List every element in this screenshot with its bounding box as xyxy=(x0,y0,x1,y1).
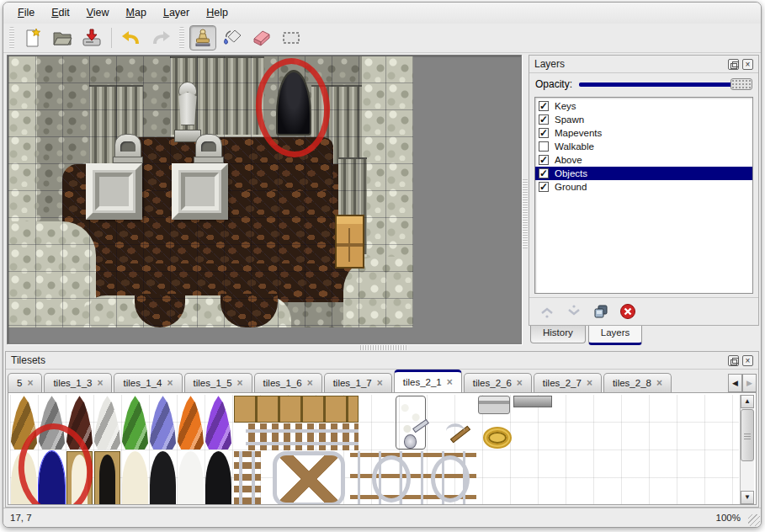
open-map-button[interactable] xyxy=(49,25,76,51)
orange-crystal-formation-tile[interactable] xyxy=(178,396,204,450)
scroll-up-icon[interactable]: ▲ xyxy=(741,395,754,408)
layer-name: Mapevents xyxy=(555,128,602,138)
close-panel-button[interactable]: × xyxy=(742,59,753,70)
layer-visibility-checkbox[interactable]: ✓ xyxy=(539,182,549,192)
layer-row-above[interactable]: ✓Above xyxy=(535,153,752,167)
redo-button[interactable] xyxy=(147,25,174,51)
layer-row-mapevents[interactable]: ✓Mapevents xyxy=(535,126,752,140)
black-arch-opening-tile[interactable] xyxy=(205,451,231,504)
layer-actions-toolbar xyxy=(529,297,758,325)
tileset-tab-tiles_1_6[interactable]: tiles_1_6× xyxy=(254,373,322,392)
float-panel-button[interactable] xyxy=(728,355,739,366)
close-tab-icon[interactable]: × xyxy=(377,377,383,389)
eraser-tool-button[interactable] xyxy=(248,25,275,51)
layer-row-walkable[interactable]: Walkable xyxy=(535,140,752,153)
pickaxe-tile[interactable] xyxy=(444,422,475,450)
dock-tab-layers[interactable]: Layers xyxy=(588,326,643,345)
toolbar-handle[interactable] xyxy=(9,27,14,49)
tileset-tab-tiles_2_6[interactable]: tiles_2_6× xyxy=(464,373,532,392)
stamp-tool-button[interactable] xyxy=(189,25,216,51)
mine-rail-vertical-tile[interactable] xyxy=(234,451,261,504)
green-crystal-formation-tile[interactable] xyxy=(122,396,148,450)
menu-edit[interactable]: Edit xyxy=(44,4,77,21)
menu-help[interactable]: Help xyxy=(199,4,236,21)
opacity-slider-handle[interactable] xyxy=(730,78,752,90)
close-tab-icon[interactable]: × xyxy=(517,377,523,389)
layer-visibility-checkbox[interactable]: ✓ xyxy=(539,128,549,138)
close-tab-icon[interactable]: × xyxy=(237,377,243,389)
layer-row-objects[interactable]: ✓Objects xyxy=(535,167,752,180)
wooden-door-frame-dark-tile[interactable] xyxy=(94,451,120,504)
tileset-canvas[interactable] xyxy=(10,395,739,504)
right-dock-column: Layers × Opacity: ✓Keys✓Spawn✓MapeventsW… xyxy=(529,55,759,344)
rope-coil-tile[interactable] xyxy=(483,427,512,449)
new-map-button[interactable] xyxy=(19,25,46,51)
dock-tab-history[interactable]: History xyxy=(530,326,586,343)
purple-crystal-formation-tile[interactable] xyxy=(205,396,231,450)
tileset-tab-tiles_1_7[interactable]: tiles_1_7× xyxy=(324,373,392,392)
layer-visibility-checkbox[interactable]: ✓ xyxy=(539,155,549,165)
menu-map[interactable]: Map xyxy=(119,4,154,21)
close-tab-icon[interactable]: × xyxy=(656,377,662,389)
ice-crystal-formation-tile[interactable] xyxy=(94,396,120,450)
metal-beam-tile[interactable] xyxy=(513,396,552,407)
scrollbar-thumb[interactable] xyxy=(741,409,754,461)
layer-row-keys[interactable]: ✓Keys xyxy=(535,99,752,113)
blue-crystal-formation-tile[interactable] xyxy=(150,396,176,450)
close-panel-button[interactable]: × xyxy=(742,355,753,366)
tileset-tab-tiles_1_3[interactable]: tiles_1_3× xyxy=(44,373,112,392)
layer-visibility-checkbox[interactable]: ✓ xyxy=(539,101,549,111)
menu-file[interactable]: File xyxy=(10,4,42,21)
duplicate-layer-button[interactable] xyxy=(592,302,610,321)
shovel-tile[interactable] xyxy=(401,422,431,450)
layer-row-spawn[interactable]: ✓Spawn xyxy=(535,113,752,126)
layer-row-ground[interactable]: ✓Ground xyxy=(535,180,752,194)
float-panel-button[interactable] xyxy=(728,59,739,70)
move-layer-down-button[interactable] xyxy=(565,302,583,321)
map-canvas[interactable] xyxy=(8,56,413,327)
tileset-tab-tiles_1_5[interactable]: tiles_1_5× xyxy=(184,373,252,392)
undo-button[interactable] xyxy=(118,25,145,51)
black-cave-opening-tile[interactable] xyxy=(150,451,176,504)
fill-tool-button[interactable] xyxy=(219,25,246,51)
move-layer-up-button[interactable] xyxy=(538,302,556,321)
opacity-slider[interactable] xyxy=(579,77,752,91)
pale-tent-opening-tile[interactable] xyxy=(122,451,148,504)
tileset-tab-tiles_2_8[interactable]: tiles_2_8× xyxy=(603,373,672,392)
scroll-tabs-left-icon[interactable]: ◀ xyxy=(728,374,742,392)
close-tab-icon[interactable]: × xyxy=(97,377,103,389)
save-map-button[interactable] xyxy=(78,25,105,51)
layer-list[interactable]: ✓Keys✓Spawn✓MapeventsWalkable✓Above✓Obje… xyxy=(534,97,753,294)
close-tab-icon[interactable]: × xyxy=(587,377,592,389)
close-tab-icon[interactable]: × xyxy=(307,377,313,389)
mine-rail-crossing-tile[interactable] xyxy=(273,451,345,504)
close-tab-icon[interactable]: × xyxy=(167,377,173,389)
tileset-vertical-scrollbar[interactable]: ▲ ▼ xyxy=(740,395,754,504)
tileset-tab-5[interactable]: 5× xyxy=(8,373,42,392)
vertical-splitter[interactable] xyxy=(522,55,529,344)
undo-icon xyxy=(121,28,141,48)
layer-visibility-checkbox[interactable]: ✓ xyxy=(539,114,549,125)
close-tab-icon[interactable]: × xyxy=(27,377,33,389)
toolbar-handle[interactable] xyxy=(179,27,184,49)
wooden-beams-tile[interactable] xyxy=(234,396,359,423)
tileset-tab-tiles_2_7[interactable]: tiles_2_7× xyxy=(534,373,602,392)
layer-visibility-checkbox[interactable] xyxy=(539,141,549,152)
scroll-down-icon[interactable]: ▼ xyxy=(741,491,754,504)
delete-layer-button[interactable] xyxy=(619,302,637,321)
tileset-tab-tiles_1_4[interactable]: tiles_1_4× xyxy=(114,373,182,392)
horizontal-splitter[interactable] xyxy=(3,344,761,351)
close-tab-icon[interactable]: × xyxy=(447,376,453,388)
layer-visibility-checkbox[interactable]: ✓ xyxy=(539,168,549,178)
menu-view[interactable]: View xyxy=(79,4,117,21)
tilesets-panel-titlebar: Tilesets × xyxy=(6,352,758,370)
layer-name: Keys xyxy=(555,101,576,111)
tileset-tab-tiles_2_1[interactable]: tiles_2_1× xyxy=(394,370,462,392)
column-capital-tile[interactable] xyxy=(478,396,510,414)
resize-grip[interactable] xyxy=(748,514,760,526)
select-tool-button[interactable] xyxy=(278,25,305,51)
scroll-tabs-right-icon[interactable]: ▶ xyxy=(742,374,757,392)
menu-layer[interactable]: Layer xyxy=(156,4,197,21)
mine-rail-horizontal-tile[interactable] xyxy=(246,423,359,450)
snowy-opening-tile[interactable] xyxy=(178,451,204,504)
